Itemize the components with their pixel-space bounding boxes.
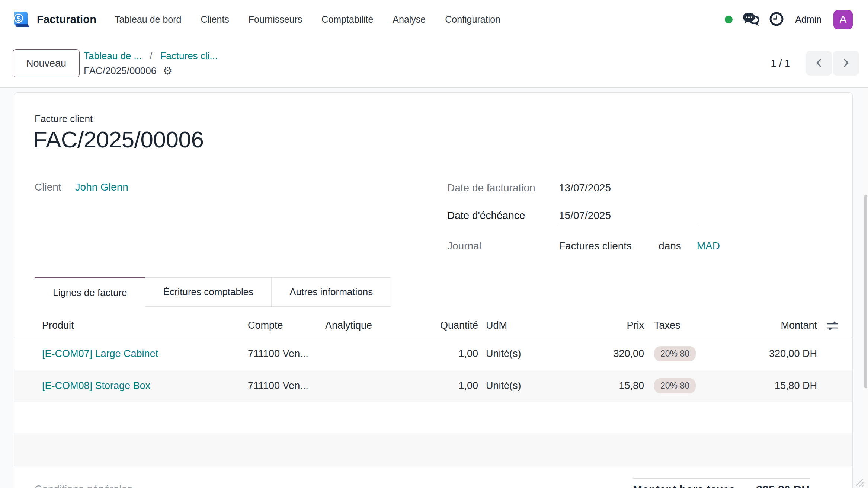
vertical-scrollbar[interactable] [864,88,868,488]
pager-next-button[interactable] [833,51,859,76]
column-header-uom[interactable]: UdM [480,320,551,331]
journal-label: Journal [447,240,559,252]
price-cell[interactable]: 320,00 [551,348,646,360]
account-cell[interactable]: 711100 Ven... [240,380,320,392]
pager-previous-button[interactable] [806,51,832,76]
status-online-dot[interactable] [725,16,733,23]
untaxed-amount-label: Montant hors taxes [633,483,735,488]
totals-block: Montant hors taxes 335,80 DH [633,478,810,488]
notebook-tabs: Lignes de facture Écritures comptables A… [35,277,391,307]
navbar-systray: Admin A [725,10,853,29]
journal-in-label: dans [659,240,681,252]
quantity-cell[interactable]: 1,00 [398,380,480,392]
column-header-product[interactable]: Produit [14,320,240,331]
journal-value[interactable]: Factures clients [559,240,632,252]
svg-text:$: $ [16,15,20,23]
product-link[interactable]: [E-COM08] Storage Box [42,380,150,391]
chevron-right-icon [842,58,851,69]
amount-cell: 15,80 DH [741,380,821,392]
due-date-label: Date d'échéance [447,210,559,226]
untaxed-amount-value: 335,80 DH [756,483,810,488]
app-window: $ Facturation Tableau de bord Clients Fo… [0,0,868,488]
terms-placeholder[interactable]: Conditions générales [35,483,132,488]
nav-item-analysis[interactable]: Analyse [393,14,426,25]
breadcrumb-current-record: FAC/2025/00006 [84,65,156,77]
tab-journal-items[interactable]: Écritures comptables [145,277,272,307]
main-menu: Tableau de bord Clients Fournisseurs Com… [115,14,500,25]
client-label: Client [35,181,61,193]
table-header-row: Produit Compte Analytique Quantité UdM P… [14,313,852,338]
column-header-quantity[interactable]: Quantité [398,320,480,331]
app-title: Facturation [37,13,96,26]
new-button[interactable]: Nouveau [13,49,80,77]
tab-invoice-lines[interactable]: Lignes de facture [35,277,145,307]
form-view-background: Facture client FAC/2025/00006 Client Joh… [0,88,868,488]
breadcrumb-invoices-link[interactable]: Factures cli... [160,50,218,62]
nav-item-vendors[interactable]: Fournisseurs [249,14,302,25]
invoice-date-value[interactable]: 13/07/2025 [559,182,611,194]
breadcrumb-separator: / [150,50,152,62]
client-field: Client John Glenn [35,181,128,193]
table-row[interactable]: [E-COM07] Large Cabinet 711100 Ven... 1,… [14,338,852,370]
top-navbar: $ Facturation Tableau de bord Clients Fo… [0,0,868,39]
column-header-price[interactable]: Prix [551,320,646,331]
invoice-lines-table: Produit Compte Analytique Quantité UdM P… [14,313,852,466]
tab-other-info[interactable]: Autres informations [272,277,391,307]
nav-item-configuration[interactable]: Configuration [445,14,500,25]
document-type-label: Facture client [35,113,93,125]
column-header-analytic[interactable]: Analytique [320,320,398,331]
nav-item-accounting[interactable]: Comptabilité [321,14,373,25]
table-filler-row [14,402,852,434]
client-value-link[interactable]: John Glenn [75,181,128,193]
chevron-left-icon [814,58,823,69]
activity-clock-icon[interactable] [769,12,784,28]
quantity-cell[interactable]: 1,00 [398,348,480,360]
invoice-date-field: Date de facturation 13/07/2025 [447,182,611,194]
tax-tag[interactable]: 20% 80 [654,378,696,393]
scrollbar-thumb[interactable] [864,195,867,388]
due-date-input[interactable]: 15/07/2025 [559,210,697,226]
pager-counter: 1 / 1 [771,58,790,69]
pager: 1 / 1 [771,51,859,76]
column-header-account[interactable]: Compte [240,320,320,331]
price-cell[interactable]: 15,80 [551,380,646,392]
user-name[interactable]: Admin [795,14,821,25]
tax-tag[interactable]: 20% 80 [654,346,696,361]
avatar[interactable]: A [833,10,853,29]
journal-field: Journal Factures clients dans MAD [447,240,720,252]
account-cell[interactable]: 711100 Ven... [240,348,320,360]
invoice-number-title: FAC/2025/00006 [33,126,204,153]
uom-cell[interactable]: Unité(s) [480,348,551,360]
messages-icon[interactable] [742,11,759,28]
amount-cell: 320,00 DH [741,348,821,360]
control-panel: Nouveau Tableau de ... / Factures cli...… [0,39,868,88]
breadcrumb-dashboard-link[interactable]: Tableau de ... [84,50,142,62]
nav-item-clients[interactable]: Clients [201,14,229,25]
resize-grip-icon[interactable] [855,478,864,488]
table-row[interactable]: [E-COM08] Storage Box 711100 Ven... 1,00… [14,370,852,402]
column-header-taxes[interactable]: Taxes [646,320,741,331]
column-header-amount[interactable]: Montant [741,320,821,331]
invoice-sheet: Facture client FAC/2025/00006 Client Joh… [14,92,853,488]
gear-icon[interactable]: ⚙ [163,66,172,76]
breadcrumb: Tableau de ... / Factures cli... FAC/202… [84,50,218,77]
optional-columns-icon[interactable] [821,320,839,331]
due-date-field: Date d'échéance 15/07/2025 [447,210,697,226]
nav-item-dashboard[interactable]: Tableau de bord [115,14,181,25]
table-filler-row [14,434,852,466]
invoice-logo-icon[interactable]: $ [11,10,31,29]
uom-cell[interactable]: Unité(s) [480,380,551,392]
currency-link[interactable]: MAD [697,240,720,252]
invoice-date-label: Date de facturation [447,182,559,194]
product-link[interactable]: [E-COM07] Large Cabinet [42,348,158,359]
